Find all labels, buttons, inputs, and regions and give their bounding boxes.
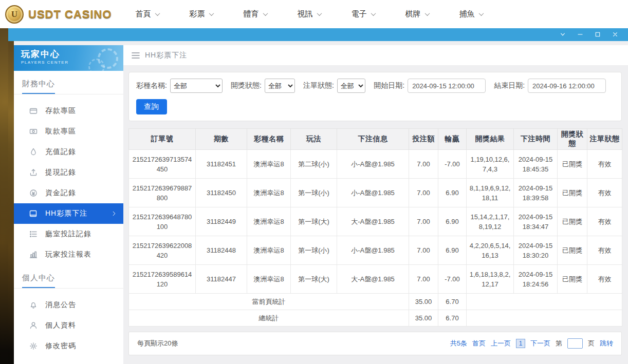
summary-row: 當前頁統計35.006.70	[129, 294, 622, 310]
chevron-down-icon	[424, 11, 430, 16]
bets-table-panel: 訂單號期數彩種名稱玩法下注信息投注額輸贏開獎結果下注時間開獎狀態注單狀態 215…	[128, 128, 622, 327]
table-cell: 4,2,20,6,5,14,16,13	[467, 236, 514, 265]
maximize-icon	[595, 30, 601, 40]
summary-row: 總統計35.006.70	[129, 310, 622, 327]
cashout-icon	[29, 168, 38, 177]
column-header: 開獎結果	[467, 129, 514, 150]
logo-text: USDT CASINO	[28, 8, 112, 21]
sidebar-item-funds-records[interactable]: 資金記錄	[14, 183, 123, 203]
column-header: 投注額	[409, 129, 438, 150]
sidebar-item-label: 修改密碼	[45, 341, 76, 351]
table-cell: 第一球(大)	[291, 265, 337, 294]
sidebar-item-recharge-records[interactable]: 充值記錄	[14, 142, 123, 162]
sidebar-section-personal-center: 個人中心	[14, 265, 123, 289]
nav-item-chess[interactable]: 棋牌	[405, 5, 429, 23]
table-cell: 6.90	[438, 207, 467, 236]
start-date-input[interactable]	[408, 79, 486, 93]
jump-prefix-label: 第	[556, 339, 562, 348]
next-page-link[interactable]: 下一页	[530, 339, 550, 348]
close-icon	[612, 30, 618, 40]
table-cell: 31182451	[196, 150, 247, 179]
menu-toggle-icon[interactable]	[132, 52, 140, 59]
minimize-icon	[577, 30, 583, 40]
background-strip	[8, 41, 14, 364]
sidebar-item-withdraw-zone[interactable]: 取款專區	[14, 121, 123, 142]
nav-item-sports[interactable]: 體育	[244, 5, 267, 23]
table-row: 215217263964878010031182449澳洲幸运8第一球(大)大-…	[129, 207, 622, 236]
logo-coin-letter: U	[11, 9, 17, 20]
table-cell: 大-A盤@1.985	[337, 207, 409, 236]
lottery-book-icon	[29, 209, 38, 218]
column-header: 輸贏	[438, 129, 467, 150]
table-row: 215217263971357445031182451澳洲幸运8第二球(小)小-…	[129, 150, 622, 179]
window-collapse-button[interactable]	[555, 28, 570, 41]
draw-status-select[interactable]: 全部	[265, 79, 295, 93]
nav-item-live[interactable]: 視訊	[298, 5, 321, 23]
sidebar-item-deposit-zone[interactable]: 存款專區	[14, 101, 123, 121]
sidebar-item-announcements[interactable]: 消息公告	[14, 295, 123, 315]
summary-empty-cell	[467, 294, 622, 310]
table-cell: 已開獎	[558, 150, 587, 179]
summary-label: 當前頁統計	[129, 294, 409, 310]
table-cell: 31182448	[196, 236, 247, 265]
chevron-down-icon	[155, 11, 160, 16]
sidebar-item-label: 充值記錄	[45, 147, 76, 157]
table-cell: 7.00	[409, 265, 438, 294]
lottery-name-select[interactable]: 全部	[170, 79, 223, 93]
bets-table: 訂單號期數彩種名稱玩法下注信息投注額輸贏開獎結果下注時間開獎狀態注單狀態 215…	[128, 128, 622, 327]
nav-item-lottery[interactable]: 彩票	[190, 5, 213, 23]
table-cell: 2152172639589614120	[129, 265, 196, 294]
table-cell: -7.00	[438, 150, 467, 179]
window-maximize-button[interactable]	[590, 28, 605, 41]
table-cell: 小-A盤@1.985	[337, 236, 409, 265]
table-cell: 第一球(大)	[291, 207, 337, 236]
sidebar-item-hall-bet-records[interactable]: 廳室投註記錄	[14, 224, 123, 244]
logo[interactable]: U USDT CASINO	[5, 5, 112, 24]
table-cell: 31182450	[196, 179, 247, 207]
top-navigation-bar: U USDT CASINO 首頁彩票體育視訊電子棋牌捕魚	[0, 0, 628, 28]
sidebar-item-hh-lottery-bets[interactable]: HH彩票下注	[14, 203, 123, 224]
hall-list-icon	[29, 230, 38, 238]
sidebar-item-player-bet-report[interactable]: 玩家投注報表	[14, 244, 123, 265]
nav-item-fishing[interactable]: 捕魚	[459, 5, 483, 23]
start-date-label: 開始日期:	[374, 81, 404, 90]
window-minimize-button[interactable]	[572, 28, 588, 41]
search-button[interactable]: 查詢	[136, 99, 167, 114]
pagination-bar: 每頁顯示20條 共5条 首页 上一页 1 下一页 第 页 跳转	[128, 332, 622, 355]
table-cell: 2024-09-15 18:34:47	[514, 207, 558, 236]
table-cell: 已開獎	[558, 207, 587, 236]
sidebar-item-withdrawal-records[interactable]: 提現記錄	[14, 162, 123, 183]
column-header: 開獎狀態	[558, 129, 587, 150]
column-header: 注單狀態	[587, 129, 622, 150]
table-body: 215217263971357445031182451澳洲幸运8第二球(小)小-…	[129, 150, 622, 327]
password-gear-icon	[29, 342, 38, 350]
sidebar-item-profile[interactable]: 個人資料	[14, 315, 123, 336]
first-page-link[interactable]: 首页	[472, 339, 486, 348]
profile-icon	[29, 321, 38, 330]
nav-item-home[interactable]: 首頁	[136, 5, 159, 23]
prev-page-link[interactable]: 上一页	[491, 339, 511, 348]
column-header: 玩法	[291, 129, 337, 150]
nav-item-slots[interactable]: 電子	[352, 5, 375, 23]
nav-item-label: 捕魚	[459, 9, 475, 19]
jump-page-input[interactable]	[567, 338, 583, 349]
table-row: 215217263958961412031182447澳洲幸运8第一球(大)大-…	[129, 265, 622, 294]
lottery-name-label: 彩種名稱:	[136, 81, 167, 90]
filter-row: 彩種名稱: 全部 開獎狀態: 全部 注單狀態: 全部 開始日期:	[136, 79, 614, 93]
summary-winloss-total: 6.70	[438, 310, 467, 327]
table-cell: 第一球(小)	[291, 179, 337, 207]
window-close-button[interactable]	[607, 28, 623, 41]
end-date-input[interactable]	[528, 79, 606, 93]
chevron-down-icon	[263, 11, 268, 16]
table-row: 215217263967988780031182450澳洲幸运8第一球(小)小-…	[129, 179, 622, 207]
nav-item-label: 電子	[352, 9, 367, 19]
main-area: HH彩票下注 彩種名稱: 全部 開獎狀態: 全部 注單狀態:	[123, 45, 628, 364]
order-status-select[interactable]: 全部	[337, 79, 365, 93]
page-size-text: 每頁顯示20條	[137, 339, 178, 348]
table-cell: 7.00	[409, 207, 438, 236]
sidebar-item-change-password[interactable]: 修改密碼	[14, 336, 123, 356]
summary-bet-total: 35.00	[409, 310, 438, 327]
current-page-indicator[interactable]: 1	[516, 339, 525, 348]
funds-icon	[29, 189, 38, 197]
jump-button[interactable]: 跳转	[600, 339, 613, 348]
